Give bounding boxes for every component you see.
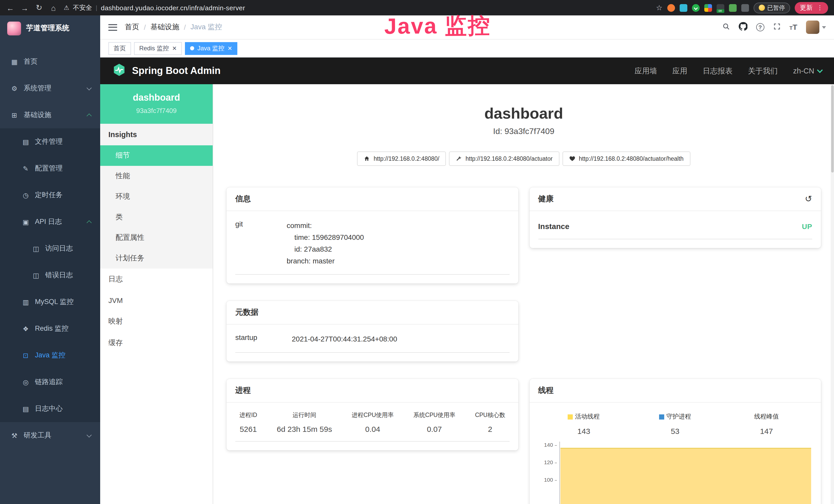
tab-redis-monitor[interactable]: Redis 监控 ✕ bbox=[134, 42, 182, 55]
menu-item-redis[interactable]: ❖ Redis 监控 bbox=[0, 315, 100, 342]
sba-item-performance[interactable]: 性能 bbox=[100, 166, 213, 186]
sba-nav-about[interactable]: 关于我们 bbox=[748, 66, 778, 76]
threads-card-title: 线程 bbox=[538, 386, 553, 396]
menu-item-infra[interactable]: ⊞ 基础设施 bbox=[0, 102, 100, 129]
clock-icon: ◷ bbox=[22, 191, 30, 199]
process-col-system-cpu: 系统CPU使用率 0.07 bbox=[413, 412, 455, 434]
y-tick: 100 bbox=[538, 477, 556, 483]
sba-app-name: dashboard bbox=[105, 92, 207, 103]
menu-item-jobs[interactable]: ◷ 定时任务 bbox=[0, 182, 100, 208]
menu-label: 首页 bbox=[24, 57, 38, 66]
address-bar[interactable]: ⚠ 不安全 | dashboard.yudao.iocoder.cn/infra… bbox=[64, 3, 245, 12]
scrollbar[interactable] bbox=[831, 84, 834, 504]
menu-item-log-center[interactable]: ▤ 日志中心 bbox=[0, 395, 100, 422]
instance-links: http://192.168.0.2:48080/ http://192.168… bbox=[226, 152, 821, 166]
update-button[interactable]: 更新 ⋮ bbox=[795, 2, 828, 14]
sba-item-classes[interactable]: 类 bbox=[100, 207, 213, 228]
menu-item-api-log[interactable]: ▣ API 日志 bbox=[0, 208, 100, 235]
home-icon[interactable]: ⌂ bbox=[49, 3, 58, 12]
bookmark-star-icon[interactable]: ☆ bbox=[656, 4, 662, 12]
api-log-icon: ▣ bbox=[22, 218, 30, 226]
sba-item-logs[interactable]: 日志 bbox=[100, 269, 213, 290]
help-icon[interactable]: ? bbox=[756, 23, 764, 31]
extension-icon[interactable] bbox=[729, 4, 737, 12]
info-card: 信息 git commit: time: 1596289704000 bbox=[226, 187, 518, 284]
sba-nav-applications[interactable]: 应用 bbox=[673, 66, 687, 76]
metadata-card: 元数据 startup 2021-04-27T00:44:31.254+08:0… bbox=[226, 301, 518, 362]
font-size-icon[interactable]: TT bbox=[789, 23, 797, 32]
sba-brand[interactable]: Spring Boot Admin bbox=[132, 65, 221, 76]
menu-label: 错误日志 bbox=[45, 271, 73, 280]
hamburger-icon[interactable] bbox=[108, 24, 117, 30]
extension-icon[interactable] bbox=[692, 4, 699, 12]
metadata-value: 2021-04-27T00:44:31.254+08:00 bbox=[292, 334, 397, 345]
menu-item-tracing[interactable]: ◎ 链路追踪 bbox=[0, 369, 100, 395]
health-instance-row[interactable]: Instance UP bbox=[538, 220, 812, 239]
sba-locale-select[interactable]: zh-CN bbox=[793, 67, 822, 75]
sba-item-scheduled-tasks[interactable]: 计划任务 bbox=[100, 248, 213, 269]
menu-item-home[interactable]: ▦ 首页 bbox=[0, 48, 100, 75]
menu-item-error-log[interactable]: ◫ 错误日志 bbox=[0, 262, 100, 289]
info-line: commit: bbox=[287, 220, 364, 232]
sba-nav-wallboard[interactable]: 应用墙 bbox=[635, 66, 657, 76]
extension-icon[interactable] bbox=[679, 4, 687, 12]
close-icon[interactable]: ✕ bbox=[227, 45, 232, 51]
info-key: git bbox=[235, 220, 287, 267]
history-icon[interactable]: ↺ bbox=[805, 194, 812, 203]
reload-icon[interactable]: ↻ bbox=[35, 3, 43, 12]
actuator-url-button[interactable]: http://192.168.0.2:48080/actuator bbox=[449, 152, 559, 166]
extension-icon[interactable] bbox=[667, 4, 675, 12]
menu-item-access-log[interactable]: ◫ 访问日志 bbox=[0, 235, 100, 262]
github-icon[interactable] bbox=[739, 22, 747, 32]
chevron-up-icon bbox=[87, 113, 92, 118]
back-icon[interactable]: ← bbox=[6, 3, 14, 12]
breadcrumb-infra[interactable]: 基础设施 bbox=[151, 23, 179, 32]
menu-item-mysql[interactable]: ▥ MySQL 监控 bbox=[0, 289, 100, 315]
user-menu[interactable] bbox=[806, 21, 826, 34]
topbar: 首页 / 基础设施 / Java 监控 ? bbox=[100, 16, 834, 40]
close-icon[interactable]: ✕ bbox=[172, 45, 177, 51]
y-axis bbox=[559, 442, 560, 504]
sba-item-config-props[interactable]: 配置属性 bbox=[100, 228, 213, 248]
menu-item-config[interactable]: ✎ 配置管理 bbox=[0, 155, 100, 182]
metadata-key: startup bbox=[235, 334, 292, 345]
security-warning-icon: ⚠ bbox=[64, 4, 69, 11]
process-table: 进程ID 5261 运行时间 6d 23h 15m 59s bbox=[235, 412, 509, 442]
scrollbar-thumb[interactable] bbox=[831, 85, 834, 173]
sba-item-mappings[interactable]: 映射 bbox=[100, 311, 213, 332]
menu-item-files[interactable]: ▤ 文件管理 bbox=[0, 129, 100, 155]
sba-nav-journal[interactable]: 日志报表 bbox=[703, 66, 732, 76]
menu-item-dev-tools[interactable]: ⚒ 研发工具 bbox=[0, 422, 100, 449]
sba-header: Spring Boot Admin 应用墙 应用 日志报表 关于我们 zh-CN bbox=[100, 58, 834, 84]
paused-badge[interactable]: 已暂停 bbox=[753, 2, 790, 13]
sba-item-environment[interactable]: 环境 bbox=[100, 186, 213, 207]
forward-icon[interactable]: → bbox=[21, 3, 29, 12]
menu-item-java-monitor[interactable]: ⊡ Java 监控 bbox=[0, 342, 100, 369]
menu-item-system[interactable]: ⚙ 系统管理 bbox=[0, 75, 100, 102]
sba-sidebar: dashboard 93a3fc7f7409 Insights 细节 性能 环境… bbox=[100, 84, 213, 504]
main-menu: ▦ 首页 ⚙ 系统管理 ⊞ 基础设施 ▤ 文件管理 bbox=[0, 41, 100, 449]
tools-icon: ⚒ bbox=[10, 432, 19, 439]
sba-item-details[interactable]: 细节 bbox=[100, 145, 213, 166]
fullscreen-icon[interactable] bbox=[773, 22, 781, 32]
info-row-git: git commit: time: 1596289704000 id: 27aa… bbox=[235, 220, 509, 275]
search-icon[interactable] bbox=[722, 22, 730, 32]
edit-icon: ✎ bbox=[22, 165, 30, 172]
tab-home[interactable]: 首页 bbox=[108, 42, 131, 55]
sba-item-caches[interactable]: 缓存 bbox=[100, 332, 213, 354]
sba-app-id: 93a3fc7f7409 bbox=[105, 107, 207, 115]
puzzle-extension-icon[interactable] bbox=[741, 4, 749, 12]
menu-label: 链路追踪 bbox=[35, 377, 63, 387]
apps-grid-icon[interactable] bbox=[704, 4, 712, 12]
sba-item-jvm[interactable]: JVM bbox=[100, 290, 213, 311]
instance-url-button[interactable]: http://192.168.0.2:48080/ bbox=[357, 152, 446, 166]
sba-app-header[interactable]: dashboard 93a3fc7f7409 bbox=[100, 84, 213, 124]
menu-label: API 日志 bbox=[35, 217, 62, 226]
java-monitor-icon: ⊡ bbox=[22, 351, 30, 359]
tab-java-monitor[interactable]: Java 监控 ✕ bbox=[185, 42, 237, 55]
health-url-button[interactable]: http://192.168.0.2:48080/actuator/health bbox=[562, 152, 690, 166]
breadcrumb-home[interactable]: 首页 bbox=[125, 23, 139, 32]
extension-icon-on[interactable]: on bbox=[716, 4, 724, 12]
chevron-down-icon bbox=[817, 67, 823, 73]
active-dot-icon bbox=[190, 46, 194, 50]
